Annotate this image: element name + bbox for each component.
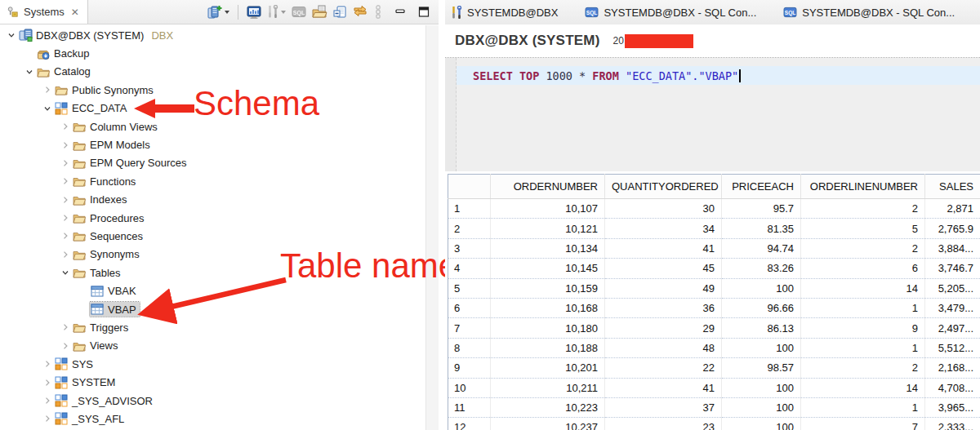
table-row[interactable]: 1110,2233710013,965... bbox=[448, 397, 980, 417]
tree-item-indexes[interactable]: Indexes bbox=[0, 191, 425, 209]
tree-item-content[interactable]: Backup bbox=[36, 47, 92, 61]
column-header-quantityordered[interactable]: QUANTITYORDERED bbox=[605, 175, 722, 199]
chevron-down-icon[interactable] bbox=[41, 104, 54, 113]
sql-statement-line[interactable]: SELECT TOP 1000 * FROM "ECC_DATA"."VBAP" bbox=[457, 66, 980, 85]
tree-item-vbak[interactable]: VBAK bbox=[0, 281, 425, 299]
table-row[interactable]: 910,2012298.5722,168... bbox=[448, 358, 980, 378]
chevron-right-icon[interactable] bbox=[41, 414, 54, 423]
tree-item-public-synonyms[interactable]: Public Synonyms bbox=[0, 81, 425, 99]
chevron-right-icon[interactable] bbox=[41, 85, 54, 95]
tab-systems[interactable]: Systems ✕ bbox=[0, 0, 88, 24]
chevron-down-icon[interactable] bbox=[5, 30, 18, 40]
chevron-down-icon[interactable] bbox=[59, 268, 72, 277]
editor-tab-2[interactable]: SQLSYSTEMDB@DBX - SQL Con... bbox=[579, 0, 777, 24]
chevron-right-icon[interactable] bbox=[59, 195, 72, 205]
tree-item-catalog[interactable]: Catalog bbox=[0, 63, 425, 81]
editor-tab-3[interactable]: SQLSYSTEMDB@DBX - SQL Con... bbox=[777, 0, 976, 24]
chevron-down-icon[interactable] bbox=[225, 11, 229, 14]
table-row[interactable]: 510,15949100145,205... bbox=[448, 278, 980, 298]
table-row[interactable]: 1010,21141100144,708... bbox=[448, 378, 980, 397]
chevron-right-icon[interactable] bbox=[59, 250, 72, 259]
close-icon[interactable]: ✕ bbox=[71, 7, 79, 18]
tree-item-label: SYSTEM bbox=[72, 376, 115, 388]
chevron-right-icon[interactable] bbox=[59, 158, 72, 168]
tree-item-epm-models[interactable]: EPM Models bbox=[0, 135, 425, 153]
vertical-scrollbar[interactable] bbox=[425, 25, 439, 430]
tree-item-sys-advisor[interactable]: _SYS_ADVISOR bbox=[0, 392, 425, 410]
tree-item-sys-afl[interactable]: _SYS_AFL bbox=[0, 410, 425, 428]
table-cell: 2 bbox=[801, 358, 925, 378]
tree-item-content[interactable]: EPM Query Sources bbox=[72, 156, 190, 171]
tree-item-sequences[interactable]: Sequences bbox=[0, 227, 425, 245]
tree-item-sys[interactable]: SYS bbox=[0, 355, 425, 373]
column-header-ordernumber[interactable]: ORDERNUMBER bbox=[491, 175, 605, 199]
tree-item-content[interactable]: Tables bbox=[72, 265, 124, 280]
tree-item-content[interactable]: Synonyms bbox=[72, 247, 143, 262]
tree-item-content[interactable]: VBAP bbox=[90, 302, 140, 317]
tree-item-ecc-data[interactable]: ECC_DATA bbox=[0, 100, 425, 117]
system-monitor-icon[interactable] bbox=[247, 4, 261, 20]
tree-item-content[interactable]: Triggers bbox=[72, 320, 131, 335]
chevron-down-icon[interactable] bbox=[23, 67, 36, 77]
chevron-right-icon[interactable] bbox=[59, 213, 72, 223]
tree-item-content[interactable]: SYS bbox=[54, 357, 96, 371]
tree-item-content[interactable]: _SYS_AFL bbox=[54, 411, 127, 426]
tree-item-content[interactable]: SYSTEM bbox=[54, 375, 118, 390]
table-row[interactable]: 210,1213481.3552,765.9 bbox=[448, 219, 980, 238]
chevron-right-icon[interactable] bbox=[59, 122, 72, 131]
minimize-icon[interactable] bbox=[394, 4, 407, 20]
tree-item-synonyms[interactable]: Synonyms bbox=[0, 246, 425, 264]
chevron-right-icon[interactable] bbox=[59, 341, 72, 351]
table-row[interactable]: 410,1454583.2663,746.7 bbox=[448, 259, 980, 278]
tree-item-content[interactable]: Functions bbox=[72, 174, 139, 188]
collapse-all-icon[interactable] bbox=[333, 4, 347, 20]
chevron-right-icon[interactable] bbox=[59, 140, 72, 150]
maximize-icon[interactable] bbox=[417, 4, 430, 20]
sql-editor[interactable]: SELECT TOP 1000 * FROM "ECC_DATA"."VBAP" bbox=[445, 58, 980, 171]
tree-item-content[interactable]: Indexes bbox=[72, 193, 131, 207]
tree-item-content[interactable]: Public Synonyms bbox=[54, 82, 157, 97]
tree-item-content[interactable]: EPM Models bbox=[72, 138, 154, 153]
tree-item-content[interactable]: Column Views bbox=[72, 119, 161, 134]
chevron-right-icon[interactable] bbox=[41, 378, 54, 388]
tree-item-vbap[interactable]: VBAP bbox=[0, 300, 425, 318]
tree-item-system[interactable]: SYSTEM bbox=[0, 373, 425, 391]
chevron-right-icon[interactable] bbox=[41, 396, 54, 406]
chevron-right-icon[interactable] bbox=[59, 176, 72, 186]
tree-item-backup[interactable]: Backup bbox=[0, 44, 425, 62]
table-row[interactable]: 310,1344194.7423,884... bbox=[448, 238, 980, 258]
tree-item-epm-query-sources[interactable]: EPM Query Sources bbox=[0, 154, 425, 172]
tree-item-content[interactable]: Sequences bbox=[72, 228, 146, 243]
column-header-sales[interactable]: SALES bbox=[925, 175, 980, 199]
tree-item-content[interactable]: Catalog bbox=[36, 64, 94, 79]
chevron-right-icon[interactable] bbox=[41, 359, 54, 369]
tree-item-content[interactable]: _SYS_ADVISOR bbox=[54, 393, 156, 408]
column-header-rownum[interactable] bbox=[448, 175, 491, 199]
table-row[interactable]: 1210,2372310072,333... bbox=[448, 418, 980, 430]
tree-item-content[interactable]: Views bbox=[72, 339, 121, 353]
chevron-right-icon[interactable] bbox=[59, 322, 72, 332]
tree-item-functions[interactable]: Functions bbox=[0, 172, 425, 190]
tree-item-column-views[interactable]: Column Views bbox=[0, 117, 425, 135]
tree-item-views[interactable]: Views bbox=[0, 337, 425, 355]
table-row[interactable]: 710,1802986.1392,497... bbox=[448, 318, 980, 338]
refresh-icon[interactable] bbox=[353, 4, 368, 20]
table-row[interactable]: 610,1683696.6613,479... bbox=[448, 298, 980, 317]
column-header-priceeach[interactable]: PRICEEACH bbox=[722, 175, 801, 199]
open-folder-icon[interactable] bbox=[312, 4, 327, 20]
column-header-orderlinenumber[interactable]: ORDERLINENUMBER bbox=[801, 175, 925, 199]
tree-item-suffix: DBX bbox=[151, 29, 173, 42]
chevron-right-icon[interactable] bbox=[59, 231, 72, 241]
tree-item-procedures[interactable]: Procedures bbox=[0, 209, 425, 227]
tree-item-tables[interactable]: Tables bbox=[0, 264, 425, 281]
table-row[interactable]: 810,1884810015,512... bbox=[448, 338, 980, 357]
add-system-icon[interactable] bbox=[207, 4, 229, 20]
tree-item-content[interactable]: ECC_DATA bbox=[54, 101, 130, 116]
table-row[interactable]: 110,1073095.722,871 bbox=[448, 199, 980, 219]
tree-item-dbx-dbx-system[interactable]: DBX@DBX (SYSTEM)DBX bbox=[0, 26, 425, 44]
tree-item-content[interactable]: Procedures bbox=[72, 211, 147, 225]
tree-item-content[interactable]: VBAK bbox=[90, 284, 140, 299]
editor-tab-1[interactable]: SYSTEMDB@DBX bbox=[445, 0, 579, 24]
tree-item-content[interactable]: DBX@DBX (SYSTEM) bbox=[18, 28, 147, 42]
tree-item-triggers[interactable]: Triggers bbox=[0, 318, 425, 336]
